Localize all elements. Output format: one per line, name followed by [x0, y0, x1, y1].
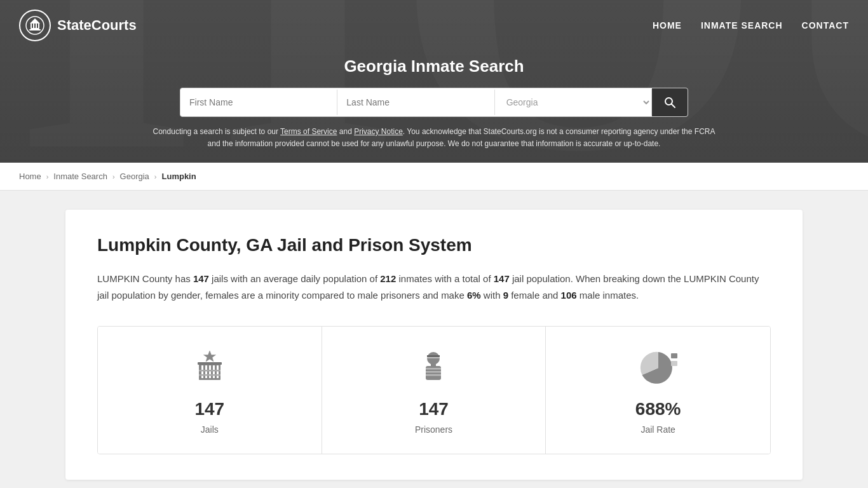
breadcrumb-georgia[interactable]: Georgia [120, 172, 149, 181]
svg-marker-7 [30, 18, 40, 24]
svg-rect-29 [671, 361, 677, 366]
stat-prisoners: 147 Prisoners [322, 327, 546, 454]
svg-rect-3 [31, 24, 32, 28]
svg-rect-12 [201, 365, 203, 378]
jails-label: Jails [201, 424, 219, 435]
site-logo[interactable]: StateCourts [19, 10, 653, 41]
breadcrumb-inmate-search[interactable]: Inmate Search [53, 172, 107, 181]
svg-rect-13 [205, 365, 207, 378]
svg-rect-28 [671, 353, 677, 358]
page-title: Georgia Inmate Search [13, 57, 855, 76]
breadcrumb-current: Lumpkin [162, 172, 196, 181]
county-title: Lumpkin County, GA Jail and Prison Syste… [97, 235, 771, 255]
svg-rect-26 [426, 374, 441, 376]
content-card: Lumpkin County, GA Jail and Prison Syste… [65, 210, 803, 480]
nav-home[interactable]: HOME [653, 17, 682, 34]
svg-marker-10 [203, 351, 215, 362]
last-name-input[interactable] [337, 90, 494, 115]
search-button[interactable] [652, 88, 688, 116]
svg-rect-2 [31, 28, 39, 29]
search-icon [663, 96, 676, 109]
svg-rect-16 [217, 365, 219, 378]
svg-rect-19 [198, 362, 222, 365]
breadcrumb-sep-1: › [46, 173, 49, 180]
logo-icon [19, 10, 51, 41]
svg-rect-14 [209, 365, 211, 378]
pie-chart-icon [636, 346, 681, 390]
search-section: Georgia Inmate Search Select State Alaba… [0, 50, 868, 163]
jail-rate-number: 688% [635, 399, 681, 419]
svg-rect-25 [426, 371, 441, 373]
svg-rect-17 [199, 370, 220, 372]
county-description: LUMPKIN County has 147 jails with an ave… [97, 271, 771, 303]
svg-rect-21 [427, 355, 440, 357]
jail-rate-label: Jail Rate [641, 424, 675, 435]
first-name-input[interactable] [180, 90, 337, 115]
disclaimer-text: Conducting a search is subject to our Te… [148, 126, 720, 150]
main-nav: StateCourts HOME INMATE SEARCH CONTACT [0, 0, 868, 50]
search-bar: Select State Alabama Alaska Arizona Arka… [180, 88, 688, 117]
breadcrumb-home[interactable]: Home [19, 172, 41, 181]
prisoners-number: 147 [419, 399, 449, 419]
prisoners-label: Prisoners [415, 424, 452, 435]
site-name: StateCourts [57, 17, 137, 34]
jail-icon [187, 346, 232, 390]
svg-rect-24 [426, 368, 441, 370]
svg-rect-4 [33, 24, 34, 28]
breadcrumb: Home › Inmate Search › Georgia › Lumpkin [0, 163, 868, 191]
nav-contact[interactable]: CONTACT [802, 17, 849, 34]
breadcrumb-sep-2: › [112, 173, 115, 180]
stat-jail-rate: 688% Jail Rate [546, 327, 770, 454]
svg-line-9 [671, 104, 675, 108]
breadcrumb-sep-3: › [154, 173, 157, 180]
svg-rect-27 [431, 364, 436, 367]
svg-rect-15 [213, 365, 215, 378]
svg-rect-6 [38, 24, 39, 28]
jails-number: 147 [194, 399, 224, 419]
privacy-link[interactable]: Privacy Notice [354, 127, 403, 136]
nav-inmate-search[interactable]: INMATE SEARCH [701, 17, 783, 34]
svg-rect-5 [36, 24, 37, 28]
terms-link[interactable]: Terms of Service [280, 127, 337, 136]
state-select[interactable]: Select State Alabama Alaska Arizona Arka… [495, 89, 652, 116]
nav-links: HOME INMATE SEARCH CONTACT [653, 17, 849, 34]
stats-grid: 147 Jails [97, 326, 771, 454]
stat-jails: 147 Jails [98, 327, 322, 454]
svg-rect-1 [29, 29, 41, 30]
main-content: Lumpkin County, GA Jail and Prison Syste… [53, 191, 815, 488]
svg-rect-22 [427, 357, 440, 358]
site-header: StateCourts HOME INMATE SEARCH CONTACT G… [0, 0, 868, 163]
prisoner-icon [411, 346, 456, 390]
svg-rect-18 [199, 374, 220, 376]
